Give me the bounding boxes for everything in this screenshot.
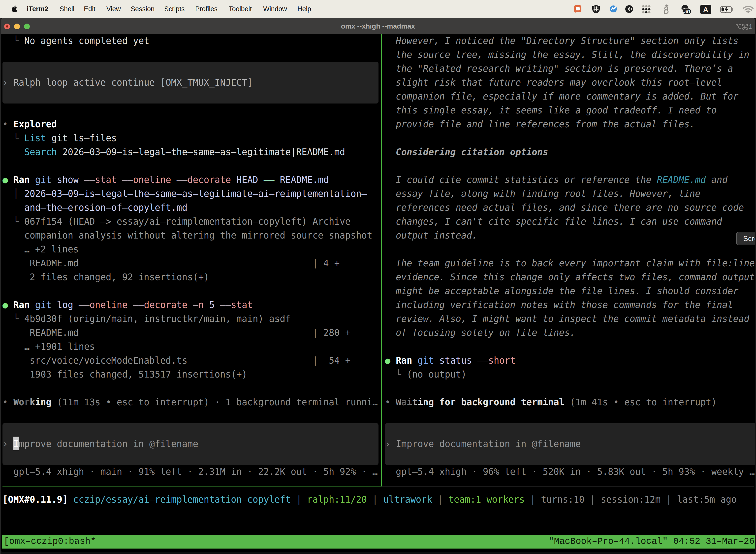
svg-text:A: A bbox=[703, 6, 708, 13]
svg-text:1: 1 bbox=[749, 23, 752, 30]
svg-text:..61: ..61 bbox=[683, 9, 691, 14]
